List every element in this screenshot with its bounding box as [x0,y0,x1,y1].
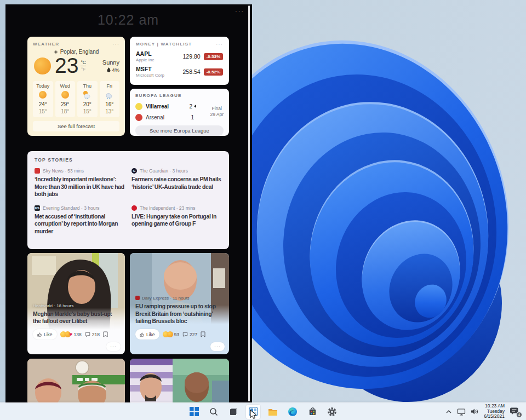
story-item[interactable]: ESEvening Standard · 3 hours Met accused… [35,205,125,235]
money-title: MONEY | WATCHLIST [136,42,192,47]
forecast-day[interactable]: Today 24° 15° [33,81,53,117]
windows-logo-icon [190,407,199,416]
weather-more-icon[interactable]: ··· [112,41,119,47]
bookmark-icon[interactable] [201,331,205,337]
wallpaper-bloom-flower [241,33,518,402]
stock-row[interactable]: MSFT Microsoft Corp 258.54 -0.52% [136,66,223,78]
forecast-day[interactable]: Thu 20° 15° [77,81,98,117]
search-icon [209,407,218,416]
comments-button[interactable]: 218 [85,332,100,337]
tray-clock[interactable]: 10:23 AM Tuesday 6/15/2021 [484,404,505,419]
precipitation-value: 4% [112,67,119,73]
money-watchlist-widget[interactable]: MONEY | WATCHLIST ··· AAPL Apple Inc 129… [130,37,229,85]
store-icon [308,407,317,416]
news-card[interactable]: Heatworld · 18 hours Meghan Markle’s bab… [27,253,125,354]
top-stories-title: TOP STORIES [35,157,222,163]
widgets-clock: 10:22 am [27,12,229,28]
task-view-button[interactable] [226,405,241,419]
tray-chevron-up-icon[interactable] [445,409,452,415]
panel-scrollbar[interactable] [248,5,250,401]
story-item[interactable]: The Independent · 23 mins LIVE: Hungary … [132,205,222,235]
card-source: Daily Express · 11 hours [135,296,225,301]
rain-icon [100,90,120,100]
settings-gear-icon [327,407,337,417]
notification-badge: 4 [516,412,522,418]
task-view-icon [229,407,238,416]
news-card-partial[interactable] [130,359,229,402]
sunny-icon [55,90,76,100]
card-headline: Meghan Markle’s baby bust-up: the fallou… [33,310,121,325]
story-item[interactable]: Sky News · 53 mins ‘Incredibly important… [35,168,125,198]
reactions[interactable]: 93 [163,331,179,337]
widgets-panel: 10:22 am ··· WEATHER ··· Poplar, England… [5,4,252,402]
winner-marker-icon [194,105,196,108]
photo-footballers [130,359,229,402]
card-more-icon[interactable]: ··· [210,342,225,351]
reactions[interactable]: ♥138 [60,331,82,337]
comment-icon [182,332,188,337]
edge-button[interactable] [285,405,300,419]
volume-icon[interactable] [471,408,479,415]
folder-icon [268,407,278,416]
panel-more-icon[interactable]: ··· [235,8,244,14]
evening-standard-icon: ES [35,205,40,211]
match-status: Final 29 Apr [210,106,224,118]
card-more-icon[interactable]: ··· [106,342,121,351]
see-full-forecast-button[interactable]: See full forecast [33,121,119,131]
weather-condition: Sunny [102,59,119,66]
villarreal-crest-icon [135,103,142,110]
change-badge: -0.53% [204,53,223,60]
taskbar: 10:23 AM Tuesday 6/15/2021 4 [0,402,526,420]
stock-row[interactable]: AAPL Apple Inc 129.80 -0.53% [136,50,223,62]
settings-button[interactable] [325,405,339,419]
search-button[interactable] [207,405,221,419]
rain-sun-icon [77,90,98,100]
like-button[interactable]: Like [135,329,159,340]
edge-icon [288,407,298,417]
unit-toggle[interactable]: °C °F [81,60,86,72]
card-source: Heatworld · 18 hours [33,303,121,308]
independent-icon [132,205,137,211]
see-more-europa-button[interactable]: See more Europa League [135,125,224,136]
money-more-icon[interactable]: ··· [216,41,223,47]
start-button[interactable] [187,405,201,419]
raindrop-icon [107,67,111,72]
comments-button[interactable]: 227 [182,332,197,337]
notification-center-button[interactable]: 4 [510,407,521,417]
sky-news-icon [35,168,40,174]
europa-league-widget[interactable]: EUROPA LEAGUE Villarreal 2 Arsenal 1 Fin… [130,89,229,136]
change-badge: -0.52% [204,68,223,76]
file-explorer-button[interactable] [266,405,280,419]
card-headline: EU ramping pressure up to stop Brexit Br… [135,303,225,325]
thumbs-up-icon [140,332,145,337]
network-icon[interactable] [457,408,466,416]
photo-kids [27,359,125,402]
forecast-day[interactable]: Wed 29° 18° [55,81,76,117]
weather-title: WEATHER [33,42,59,47]
news-card-partial[interactable] [27,359,125,402]
europa-title: EUROPA LEAGUE [135,93,224,98]
sunny-icon [33,90,53,100]
top-stories-widget: TOP STORIES Sky News · 53 mins ‘Incredib… [27,151,229,249]
arsenal-crest-icon [135,114,142,121]
mouse-cursor [250,410,257,419]
bookmark-icon[interactable] [103,331,108,337]
thumbs-up-icon [37,332,42,337]
sun-icon [34,57,51,74]
weather-widget[interactable]: WEATHER ··· Poplar, England 23 °C °F Sun… [27,37,125,136]
story-item[interactable]: GThe Guardian · 3 hours Farmers raise co… [132,168,222,198]
forecast-day[interactable]: Fri 16° 13° [100,81,120,117]
guardian-icon: G [132,168,137,174]
store-button[interactable] [305,405,319,419]
comment-icon [85,332,90,337]
match-score[interactable]: Villarreal 2 Arsenal 1 Final 29 Apr [135,101,224,123]
daily-express-icon [135,296,140,300]
like-button[interactable]: Like [33,329,57,340]
current-temperature: 23 [55,55,78,77]
news-card[interactable]: Daily Express · 11 hours EU ramping pres… [130,253,229,354]
